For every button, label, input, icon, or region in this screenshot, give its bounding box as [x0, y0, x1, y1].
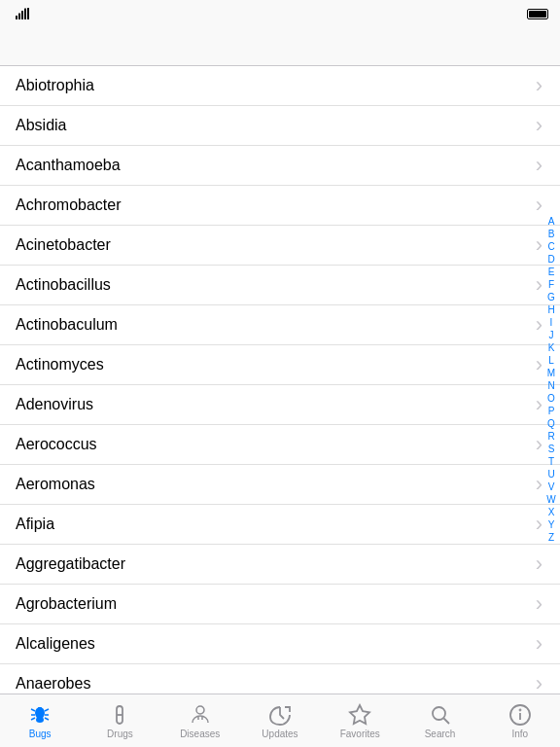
svg-point-20 — [433, 707, 445, 720]
list-item[interactable]: Acinetobacter› — [0, 226, 560, 266]
diseases-icon — [189, 703, 212, 727]
list-item[interactable]: Alcaligenes› — [0, 624, 560, 664]
svg-marker-19 — [350, 705, 369, 724]
svg-rect-0 — [16, 16, 18, 19]
list-item[interactable]: Aerococcus› — [0, 425, 560, 465]
list-container: Abiotrophia›Absidia›Acanthamoeba›Achromo… — [0, 66, 560, 694]
list-item[interactable]: Afipia› — [0, 505, 560, 545]
svg-line-10 — [45, 709, 49, 711]
list-item[interactable]: Adenovirus› — [0, 385, 560, 425]
list-item[interactable]: Actinobaculum› — [0, 305, 560, 345]
bugs-icon — [28, 703, 52, 727]
alpha-letter-A[interactable]: A — [548, 216, 555, 228]
list-item[interactable]: Actinomyces› — [0, 345, 560, 385]
alphabet-sidebar[interactable]: ABCDEFGHIJKLMNOPQRSTUVWXYZ — [542, 66, 560, 694]
alpha-letter-J[interactable]: J — [549, 330, 554, 341]
item-label: Afipia — [16, 516, 54, 533]
tab-label-diseases: Diseases — [180, 729, 220, 739]
alpha-letter-H[interactable]: H — [547, 304, 554, 316]
battery-icon — [527, 9, 548, 19]
item-label: Adenovirus — [16, 396, 93, 413]
search-icon — [429, 703, 452, 727]
alpha-letter-F[interactable]: F — [548, 279, 554, 291]
alpha-letter-E[interactable]: E — [548, 267, 555, 278]
item-label: Actinobaculum — [16, 316, 118, 334]
status-battery — [523, 9, 548, 19]
alpha-letter-N[interactable]: N — [547, 380, 554, 392]
tab-diseases[interactable]: Diseases — [160, 694, 240, 747]
tab-bugs[interactable]: Bugs — [0, 694, 80, 747]
chevron-right-icon: › — [536, 673, 542, 694]
chevron-right-icon: › — [536, 553, 542, 575]
alpha-letter-Y[interactable]: Y — [548, 519, 555, 531]
tab-label-drugs: Drugs — [107, 729, 133, 739]
alpha-letter-M[interactable]: M — [547, 368, 555, 379]
alpha-letter-X[interactable]: X — [548, 507, 555, 518]
list-item[interactable]: Aggregatibacter› — [0, 545, 560, 585]
tab-label-bugs: Bugs — [29, 729, 52, 739]
alpha-letter-Z[interactable]: Z — [548, 532, 554, 544]
chevron-right-icon: › — [536, 234, 542, 256]
status-bar — [0, 0, 560, 27]
svg-line-7 — [31, 709, 35, 711]
tab-bar: Bugs Drugs Diseases UpdatesFavoritesSear… — [0, 694, 560, 747]
item-label: Acinetobacter — [16, 236, 111, 254]
alpha-letter-W[interactable]: W — [546, 494, 555, 506]
svg-point-24 — [519, 709, 520, 710]
svg-rect-6 — [38, 707, 42, 709]
chevron-right-icon: › — [536, 593, 542, 615]
svg-line-9 — [31, 718, 35, 720]
alpha-letter-G[interactable]: G — [547, 292, 555, 303]
chevron-right-icon: › — [536, 314, 542, 336]
alpha-letter-S[interactable]: S — [548, 444, 555, 455]
content-area: ABCDEFGHIJKLMNOPQRSTUVWXYZ Abiotrophia›A… — [0, 66, 560, 694]
alpha-letter-I[interactable]: I — [550, 317, 553, 329]
item-label: Aeromonas — [16, 476, 95, 493]
svg-rect-2 — [21, 11, 23, 19]
list-item[interactable]: Actinobacillus› — [0, 266, 560, 305]
wifi-icon — [16, 8, 29, 19]
svg-point-16 — [196, 706, 204, 714]
alpha-letter-Q[interactable]: Q — [547, 418, 555, 430]
alpha-letter-C[interactable]: C — [547, 241, 554, 253]
alpha-letter-T[interactable]: T — [548, 456, 554, 468]
item-label: Aggregatibacter — [16, 555, 125, 573]
drugs-icon — [108, 703, 131, 727]
list-item[interactable]: Acanthamoeba› — [0, 146, 560, 186]
list-item[interactable]: Agrobacterium› — [0, 585, 560, 624]
tab-search[interactable]: Search — [400, 694, 479, 747]
info-icon — [508, 703, 532, 727]
tab-favorites[interactable]: Favorites — [320, 694, 400, 747]
alpha-letter-V[interactable]: V — [548, 481, 555, 493]
alpha-letter-D[interactable]: D — [547, 254, 554, 266]
item-label: Actinomyces — [16, 356, 104, 374]
tab-info[interactable]: Info — [480, 694, 560, 747]
item-label: Actinobacillus — [16, 276, 111, 294]
list-item[interactable]: Anaerobes› — [0, 664, 560, 694]
list-item[interactable]: Absidia› — [0, 106, 560, 146]
alpha-letter-R[interactable]: R — [547, 431, 554, 443]
alpha-letter-U[interactable]: U — [547, 469, 554, 480]
tab-updates[interactable]: Updates — [240, 694, 320, 747]
list-item[interactable]: Abiotrophia› — [0, 66, 560, 106]
chevron-right-icon: › — [536, 434, 542, 455]
alpha-letter-B[interactable]: B — [548, 229, 555, 240]
tab-label-updates: Updates — [262, 729, 298, 739]
alpha-letter-O[interactable]: O — [547, 393, 555, 405]
item-label: Alcaligenes — [16, 635, 95, 653]
list-item[interactable]: Achromobacter› — [0, 186, 560, 226]
tab-label-info: Info — [511, 729, 528, 739]
favorites-icon — [348, 703, 371, 727]
list-item[interactable]: Aeromonas› — [0, 465, 560, 505]
tab-label-search: Search — [425, 729, 456, 739]
updates-icon — [268, 703, 292, 727]
item-label: Agrobacterium — [16, 595, 117, 613]
item-label: Abiotrophia — [16, 77, 94, 94]
chevron-right-icon: › — [536, 633, 542, 655]
alpha-letter-L[interactable]: L — [548, 355, 554, 367]
alpha-letter-K[interactable]: K — [548, 342, 555, 354]
alpha-letter-P[interactable]: P — [548, 406, 555, 417]
svg-line-12 — [45, 718, 49, 720]
tab-drugs[interactable]: Drugs — [80, 694, 159, 747]
item-label: Aerococcus — [16, 436, 97, 453]
